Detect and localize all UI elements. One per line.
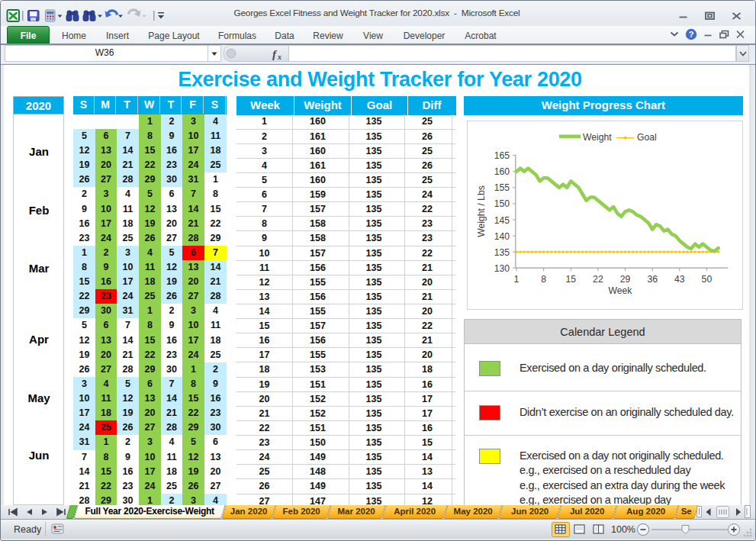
svg-text:8: 8 [541,274,546,285]
svg-text:135: 135 [494,247,510,258]
svg-text:f: f [272,48,278,60]
svg-text:36: 36 [647,274,658,285]
svg-text:140: 140 [494,231,510,242]
svg-text:Goal: Goal [637,132,657,143]
svg-text:1: 1 [514,274,520,285]
svg-text:165: 165 [494,150,510,161]
svg-text:29: 29 [620,274,631,285]
svg-text:Weight: Weight [583,132,612,143]
svg-text:15: 15 [566,274,577,285]
svg-text:155: 155 [494,182,510,193]
svg-text:43: 43 [674,274,685,285]
svg-text:?: ? [689,30,694,39]
svg-text:130: 130 [494,263,510,274]
svg-text:160: 160 [494,166,510,177]
svg-text:150: 150 [494,198,510,209]
svg-text:Weight / Lbs: Weight / Lbs [476,185,487,237]
svg-text:x: x [277,53,281,61]
svg-text:50: 50 [702,274,713,285]
svg-text:Week: Week [609,285,633,296]
svg-text:22: 22 [593,274,603,285]
svg-text:145: 145 [494,215,510,226]
